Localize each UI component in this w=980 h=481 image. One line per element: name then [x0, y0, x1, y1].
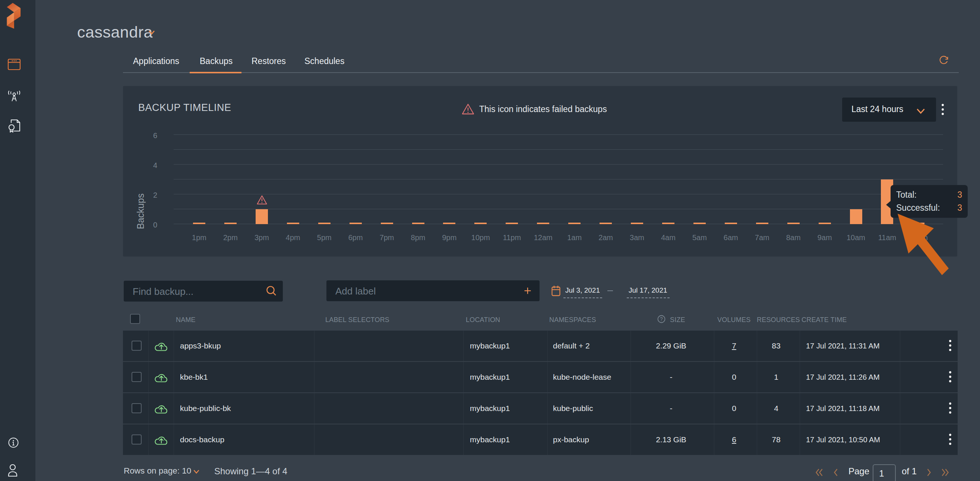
svg-text:?: ?	[660, 316, 663, 322]
